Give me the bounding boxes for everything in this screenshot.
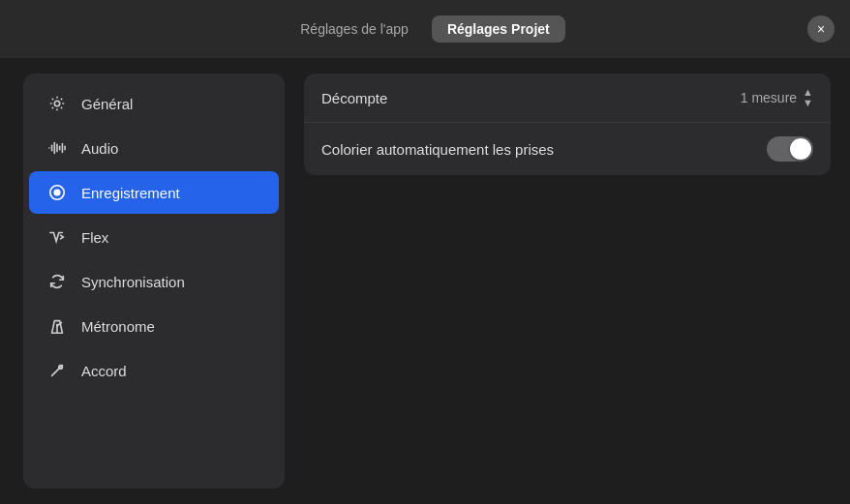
colorier-label: Colorier automatiquement les prises [321,141,554,158]
svg-line-13 [52,366,63,376]
sidebar-item-audio[interactable]: Audio [29,127,279,169]
sidebar-item-enregistrement[interactable]: Enregistrement [29,171,279,214]
settings-row-colorier: Colorier automatiquement les prises [304,123,831,175]
sidebar-item-accord[interactable]: Accord [29,349,279,392]
sidebar-item-metronome[interactable]: Métronome [29,305,279,347]
toggle-knob [790,138,811,160]
decompte-value-container[interactable]: 1 mesure ▲▼ [741,87,813,108]
top-bar: Réglages de l'app Réglages Projet × [0,0,850,58]
sidebar-label-metronome: Métronome [81,318,155,335]
sidebar-label-accord: Accord [81,363,127,379]
sidebar-item-flex[interactable]: Flex [29,216,279,258]
settings-card: Décompte 1 mesure ▲▼ Colorier automatiqu… [304,74,831,175]
gear-icon [46,93,68,114]
settings-panel: Décompte 1 mesure ▲▼ Colorier automatiqu… [285,58,850,504]
sidebar-item-synchronisation[interactable]: Synchronisation [29,260,279,303]
record-icon [46,182,68,203]
decompte-value: 1 mesure [741,90,797,105]
svg-point-9 [53,189,60,195]
sidebar-label-general: Général [81,96,133,112]
tab-app[interactable]: Réglages de l'app [285,15,424,43]
sidebar-item-general[interactable]: Général [29,82,279,125]
main-content: Général Audio [0,58,850,504]
colorier-toggle[interactable] [767,136,813,162]
sidebar-label-enregistrement: Enregistrement [81,185,180,201]
sidebar-label-audio: Audio [81,140,118,157]
settings-row-decompte: Décompte 1 mesure ▲▼ [304,74,831,123]
sidebar: Général Audio [23,74,285,489]
flex-icon [46,226,68,248]
sync-icon [46,271,68,292]
close-button[interactable]: × [807,15,835,43]
svg-point-0 [54,101,59,105]
sidebar-label-flex: Flex [81,229,108,246]
stepper-icon[interactable]: ▲▼ [803,87,813,108]
tab-project[interactable]: Réglages Projet [432,15,565,43]
tuner-icon [46,360,68,381]
metronome-icon [46,315,68,337]
sidebar-label-synchronisation: Synchronisation [81,274,185,290]
decompte-label: Décompte [321,90,387,106]
waveform-icon [46,137,68,159]
